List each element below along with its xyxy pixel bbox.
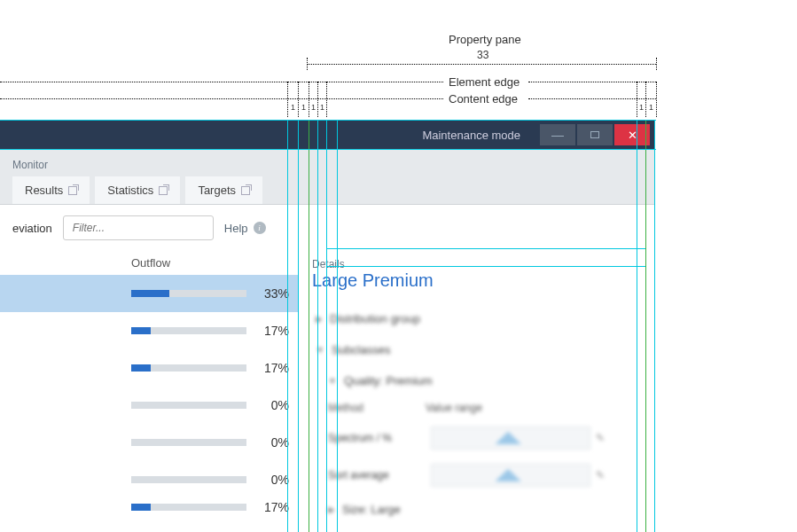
header-area: Monitor Results Statistics Targets (0, 150, 655, 205)
popout-icon (241, 186, 250, 195)
outflow-panel: Outflow 33% 17% 17% 0% 0% (0, 251, 298, 525)
close-button[interactable]: ✕ (614, 124, 650, 145)
pct-value: 17% (264, 500, 289, 514)
table-row[interactable]: 17% (0, 498, 298, 516)
element-edge-label: Element edge (449, 75, 520, 89)
tab-label: Statistics (107, 184, 153, 197)
info-icon: i (254, 222, 266, 234)
minimize-button[interactable]: — (540, 124, 575, 145)
section-label: Quality: Premium (344, 374, 433, 387)
progress-bar (131, 504, 246, 511)
edit-icon[interactable]: ✎ (596, 432, 605, 444)
monitor-label: Monitor (12, 159, 643, 171)
popout-icon (159, 186, 168, 195)
method-col: Method (328, 402, 426, 414)
details-label: Details (312, 258, 641, 270)
progress-bar (131, 364, 246, 372)
content-edge-label: Content edge (449, 92, 518, 106)
sort-average-row: Sort average ✎ (312, 457, 641, 494)
eviation-text: eviation (12, 222, 52, 235)
pct-value: 17% (264, 324, 289, 338)
tabs: Results Statistics Targets (12, 176, 643, 204)
section-label: Subclasses (332, 343, 390, 356)
section-quality-premium[interactable]: ▼ Quality: Premium (312, 365, 641, 396)
section-subclasses[interactable]: ▼ Subclasses (312, 334, 641, 365)
table-row[interactable]: 17% (0, 349, 298, 387)
table-row[interactable]: 17% (0, 312, 298, 349)
app-window: Maintenance mode — ✕ Monitor Results Sta… (0, 120, 655, 532)
tab-statistics[interactable]: Statistics (95, 176, 180, 204)
section-distribution-group[interactable]: ▶ Distribution group (312, 303, 641, 334)
table-row[interactable]: 0% (0, 461, 298, 498)
section-label: Size: Large (342, 503, 401, 516)
popout-icon (68, 186, 77, 195)
pct-value: 0% (271, 398, 289, 412)
table-row[interactable]: 0% (0, 387, 298, 424)
spectrum-label: Spectrum / % (328, 432, 426, 444)
maximize-button[interactable] (577, 124, 613, 145)
section-size-large[interactable]: ▶ Size: Large (312, 494, 641, 525)
property-pane-width: 33 (477, 49, 488, 61)
mode-label: Maintenance mode (422, 129, 520, 142)
sort-average-label: Sort average (328, 469, 426, 481)
titlebar: Maintenance mode — ✕ (0, 120, 655, 150)
tab-label: Targets (198, 184, 236, 197)
tab-results[interactable]: Results (12, 176, 90, 204)
chevron-right-icon: ▶ (328, 505, 335, 514)
details-title: Large Premium (312, 270, 641, 291)
tab-label: Results (25, 184, 63, 197)
progress-bar (131, 327, 246, 334)
pct-value: 0% (271, 473, 289, 487)
method-header: Method Value range (312, 396, 641, 419)
filter-input[interactable] (63, 215, 214, 240)
outflow-header: Outflow (0, 251, 298, 275)
progress-bar (131, 290, 246, 297)
pct-value: 0% (271, 435, 289, 450)
table-row[interactable]: 0% (0, 424, 298, 461)
filter-row: eviation Help i (0, 205, 655, 251)
section-label: Distribution group (330, 312, 420, 325)
progress-bar (131, 439, 246, 446)
value-range-col: Value range (426, 402, 482, 414)
edit-icon[interactable]: ✎ (596, 469, 605, 481)
chevron-down-icon: ▼ (328, 376, 337, 386)
sparkline (431, 464, 590, 487)
table-row[interactable]: 33% (0, 275, 298, 312)
progress-bar (131, 476, 246, 483)
details-panel: Details Large Premium ▶ Distribution gro… (298, 251, 655, 525)
pct-value: 17% (264, 361, 289, 375)
progress-bar (131, 402, 246, 409)
pct-value: 33% (264, 286, 289, 301)
sparkline (431, 426, 590, 450)
maximize-icon (590, 131, 599, 138)
spectrum-row: Spectrum / % ✎ (312, 419, 641, 457)
property-pane-label: Property pane (449, 33, 521, 46)
help-link[interactable]: Help i (224, 222, 266, 235)
help-label: Help (224, 222, 248, 235)
tab-targets[interactable]: Targets (185, 176, 262, 204)
